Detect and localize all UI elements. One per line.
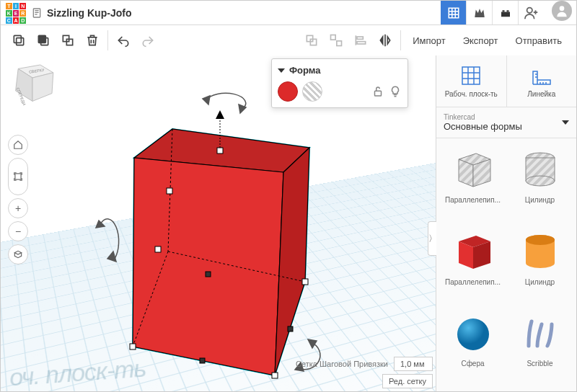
svg-rect-44 bbox=[217, 148, 223, 153]
shapes-grid: Параллелепип...ЦилиндрПараллелепип...Цил… bbox=[436, 138, 576, 391]
shape-item-cyl-orange[interactable]: Цилиндр bbox=[509, 228, 571, 303]
svg-marker-53 bbox=[203, 96, 210, 104]
shape-category-select[interactable]: Tinkercad Основные формы bbox=[436, 107, 576, 138]
view-grid-button[interactable] bbox=[441, 1, 467, 24]
svg-marker-57 bbox=[308, 339, 317, 348]
redo-button[interactable] bbox=[136, 28, 160, 53]
tinkercad-logo[interactable]: TIN KER CAD bbox=[5, 2, 27, 24]
lightbulb-icon[interactable] bbox=[389, 85, 402, 98]
import-button[interactable]: Импорт bbox=[413, 35, 445, 46]
app-header: TIN KER CAD Sizzling Kup-Jofo bbox=[1, 1, 576, 25]
ruler-tool-label: Линейка bbox=[527, 90, 555, 98]
align-button[interactable] bbox=[348, 28, 373, 53]
shape-item-box-red[interactable]: Параллелепип... bbox=[442, 228, 503, 303]
svg-rect-10 bbox=[502, 10, 504, 12]
zoom-out-button[interactable]: − bbox=[8, 221, 28, 241]
svg-rect-48 bbox=[302, 279, 308, 285]
shape-item-scribble[interactable]: Scribble bbox=[509, 309, 571, 384]
fit-view-button[interactable] bbox=[8, 158, 28, 195]
shape-label: Scribble bbox=[527, 360, 552, 368]
ruler-tool[interactable]: Линейка bbox=[506, 55, 577, 107]
category-title: Основные формы bbox=[444, 121, 569, 132]
rotate-handle-top[interactable] bbox=[203, 93, 246, 113]
copy-button[interactable] bbox=[6, 28, 31, 53]
main-toolbar: Импорт Экспорт Отправить bbox=[1, 25, 576, 55]
status-bar: Ред. сетку bbox=[382, 374, 433, 388]
shape-label: Параллелепип... bbox=[445, 196, 501, 204]
svg-rect-29 bbox=[357, 37, 363, 39]
lock-icon[interactable] bbox=[371, 85, 384, 98]
canvas[interactable]: оч. плоск-ть bbox=[1, 55, 436, 391]
selected-box-shape[interactable] bbox=[94, 94, 332, 368]
workplane-tool-label: Рабоч. плоск-ть bbox=[445, 90, 498, 98]
svg-rect-47 bbox=[272, 373, 278, 378]
svg-point-88 bbox=[526, 235, 555, 245]
edit-grid-button[interactable]: Ред. сетку bbox=[382, 374, 433, 388]
shape-item-cyl-striped[interactable]: Цилиндр bbox=[509, 146, 571, 220]
sidebar-expand-handle[interactable]: 〉 bbox=[428, 221, 436, 256]
svg-rect-64 bbox=[462, 67, 480, 84]
delete-button[interactable] bbox=[80, 28, 105, 53]
inspector-collapse-icon[interactable] bbox=[278, 68, 285, 73]
undo-button[interactable] bbox=[111, 28, 136, 53]
view-cube[interactable]: СВЕРХУ СПЕРЕДИ bbox=[6, 58, 58, 110]
svg-rect-17 bbox=[14, 35, 21, 43]
svg-rect-49 bbox=[155, 246, 161, 252]
svg-marker-55 bbox=[96, 220, 105, 228]
svg-rect-52 bbox=[206, 272, 211, 277]
snap-grid-select[interactable]: 1,0 мм bbox=[394, 357, 433, 371]
svg-point-15 bbox=[560, 6, 565, 11]
shape-thumb bbox=[514, 309, 566, 357]
shape-item-box-striped[interactable]: Параллелепип... bbox=[442, 146, 503, 220]
shape-thumb bbox=[514, 228, 566, 275]
svg-rect-50 bbox=[200, 358, 205, 363]
lego-export-icon[interactable] bbox=[493, 1, 519, 24]
ungroup-button[interactable] bbox=[324, 28, 348, 53]
zoom-in-button[interactable]: + bbox=[8, 198, 28, 218]
export-button[interactable]: Экспорт bbox=[463, 35, 498, 46]
project-title[interactable]: Sizzling Kup-Jofo bbox=[47, 7, 131, 19]
rotate-handle-left[interactable] bbox=[96, 219, 119, 262]
category-subtitle: Tinkercad bbox=[444, 113, 569, 121]
shape-inspector: Форма bbox=[271, 58, 408, 108]
send-button[interactable]: Отправить bbox=[516, 35, 562, 46]
duplicate-button[interactable] bbox=[56, 28, 80, 53]
snap-grid-label: Сетка Шаговой Привязки bbox=[296, 360, 388, 368]
svg-marker-61 bbox=[32, 73, 53, 102]
svg-marker-56 bbox=[107, 251, 116, 262]
svg-rect-62 bbox=[15, 174, 21, 179]
svg-rect-51 bbox=[288, 326, 293, 331]
shape-label: Параллелепип... bbox=[445, 278, 501, 286]
svg-point-12 bbox=[527, 7, 532, 12]
right-sidebar: 〉 Рабоч. плоск-ть Линейка Tinkercad Осно… bbox=[436, 55, 576, 391]
svg-rect-46 bbox=[130, 344, 136, 349]
svg-rect-9 bbox=[501, 12, 510, 17]
shape-label: Цилиндр bbox=[525, 196, 555, 204]
svg-rect-27 bbox=[337, 41, 342, 46]
svg-rect-45 bbox=[167, 188, 172, 194]
svg-rect-16 bbox=[17, 38, 24, 45]
inspector-title: Форма bbox=[289, 65, 320, 76]
user-avatar[interactable] bbox=[552, 1, 572, 21]
svg-rect-63 bbox=[375, 91, 382, 96]
ortho-toggle-button[interactable] bbox=[8, 244, 28, 264]
project-notes-icon[interactable] bbox=[31, 7, 43, 19]
workplane-tool[interactable]: Рабоч. плоск-ть bbox=[436, 55, 506, 107]
svg-marker-37 bbox=[133, 158, 283, 375]
solid-color-swatch[interactable] bbox=[278, 81, 298, 102]
svg-rect-26 bbox=[331, 35, 336, 40]
svg-point-89 bbox=[457, 318, 489, 350]
shape-item-sphere-blue[interactable]: Сфера bbox=[442, 309, 503, 384]
hole-swatch[interactable] bbox=[302, 81, 322, 102]
minecraft-export-icon[interactable] bbox=[467, 1, 493, 24]
add-user-icon[interactable] bbox=[519, 1, 545, 24]
svg-rect-19 bbox=[38, 35, 45, 43]
group-button[interactable] bbox=[299, 28, 324, 53]
mirror-button[interactable] bbox=[373, 28, 397, 53]
shape-label: Сфера bbox=[461, 360, 484, 368]
chevron-down-icon bbox=[562, 120, 569, 125]
home-view-button[interactable] bbox=[8, 135, 28, 155]
paste-button[interactable] bbox=[31, 28, 56, 53]
canvas-nav: + − bbox=[8, 135, 28, 264]
shape-label: Цилиндр bbox=[525, 278, 555, 286]
